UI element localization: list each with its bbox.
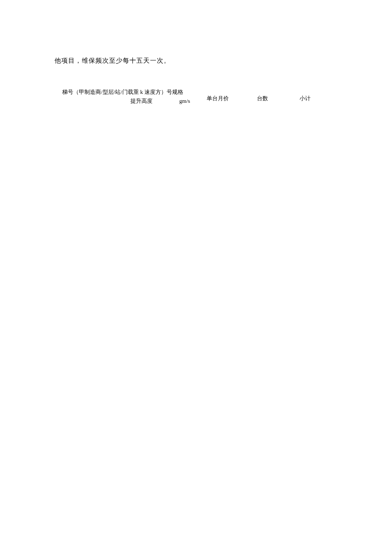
document-body: 他项目，维保频次至少每十五天一次。 梯号（甲制造商/型层/站/门载重 k 速度方… [55, 55, 344, 106]
unit-label: gm/s [179, 97, 190, 106]
table-header: 梯号（甲制造商/型层/站/门载重 k 速度方）号规格 提升高度 gm/s 单台月… [62, 88, 343, 106]
table-header-row: 梯号（甲制造商/型层/站/门载重 k 速度方）号规格 提升高度 gm/s 单台月… [62, 88, 343, 106]
column-header-quantity: 台数 [241, 91, 284, 102]
column-header-spec-line2: 提升高度 gm/s [62, 97, 194, 106]
column-header-spec: 梯号（甲制造商/型层/站/门载重 k 速度方）号规格 提升高度 gm/s [62, 88, 194, 106]
column-header-subtotal: 小计 [284, 91, 326, 102]
paragraph-text: 他项目，维保频次至少每十五天一次。 [55, 55, 344, 66]
column-header-spec-line1: 梯号（甲制造商/型层/站/门载重 k 速度方）号规格 [62, 88, 194, 97]
lift-height-label: 提升高度 [130, 97, 153, 106]
column-header-unit-price: 单台月价 [194, 91, 241, 102]
